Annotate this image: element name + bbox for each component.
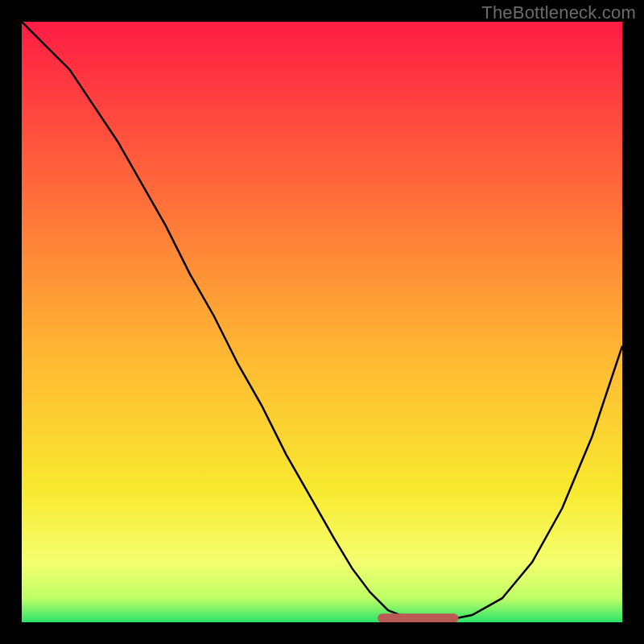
bottleneck-curve-path	[22, 22, 622, 620]
plot-area	[22, 22, 622, 622]
curve-svg	[22, 22, 622, 622]
watermark-text: TheBottleneck.com	[481, 2, 636, 23]
chart-frame: TheBottleneck.com	[0, 0, 644, 644]
